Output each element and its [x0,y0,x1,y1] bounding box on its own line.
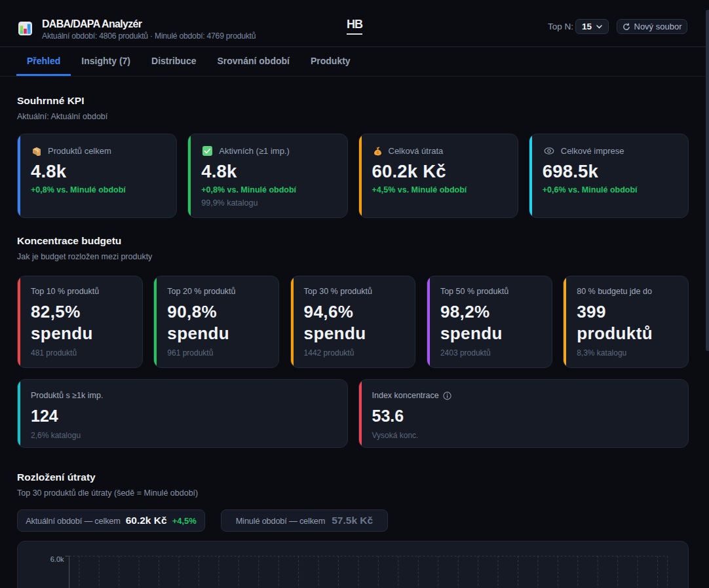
svg-text:$: $ [376,151,378,155]
svg-text:6.0k: 6.0k [50,555,64,563]
